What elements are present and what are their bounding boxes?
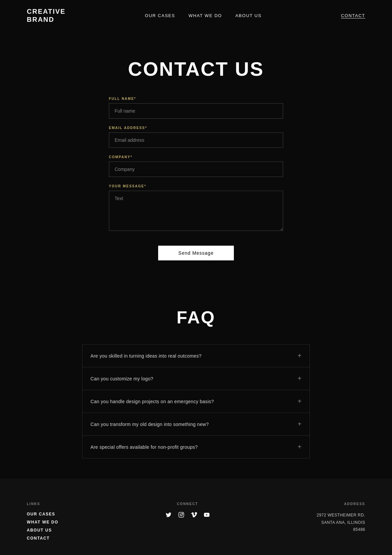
faq-question-1: Are you skilled in turning ideas into re…: [90, 353, 202, 359]
instagram-icon[interactable]: [178, 512, 184, 519]
faq-question-3: Can you handle design projects on an eme…: [90, 399, 214, 404]
faq-expand-icon-4: +: [298, 420, 302, 428]
footer-link-cases[interactable]: OUR CASES: [27, 512, 58, 516]
full-name-label: FULL NAME*: [109, 97, 283, 101]
footer-link-contact[interactable]: CONTACT: [27, 536, 58, 541]
faq-item-5[interactable]: Are special offers available for non-pro…: [82, 436, 310, 458]
footer: LINKS OUR CASES WHAT WE DO ABOUT US CONT…: [0, 479, 392, 555]
footer-social: [166, 512, 210, 519]
brand-logo[interactable]: CREATIVE BRAND: [27, 7, 66, 23]
footer-link-what[interactable]: WHAT WE DO: [27, 520, 58, 525]
nav-link-cases[interactable]: OUR CASES: [145, 13, 175, 18]
faq-item-1[interactable]: Are you skilled in turning ideas into re…: [82, 345, 310, 367]
nav-link-about[interactable]: ABOUT US: [235, 13, 261, 18]
email-label: EMAIL ADDRESS*: [109, 126, 283, 130]
company-group: COMPANY*: [109, 155, 283, 177]
company-label: COMPANY*: [109, 155, 283, 159]
send-message-button[interactable]: Send Message: [158, 246, 234, 260]
faq-list: Are you skilled in turning ideas into re…: [82, 344, 310, 458]
svg-point-2: [182, 513, 183, 514]
footer-address: 2972 WESTHEIMER RD. SANTA ANA, ILLINOIS …: [317, 512, 365, 534]
faq-expand-icon-3: +: [298, 397, 302, 405]
nav-link-what[interactable]: WHAT WE DO: [189, 13, 222, 18]
message-label: YOUR MESSAGE*: [109, 184, 283, 188]
contact-section: CONTACT US FULL NAME* EMAIL ADDRESS* COM…: [0, 31, 392, 281]
footer-links-list: OUR CASES WHAT WE DO ABOUT US CONTACT: [27, 512, 58, 541]
faq-question-4: Can you transform my old design into som…: [90, 422, 209, 427]
full-name-group: FULL NAME*: [109, 97, 283, 119]
footer-address-col: ADDRESS 2972 WESTHEIMER RD. SANTA ANA, I…: [317, 502, 365, 544]
faq-title: FAQ: [27, 307, 365, 327]
message-textarea[interactable]: [109, 191, 283, 231]
footer-top: LINKS OUR CASES WHAT WE DO ABOUT US CONT…: [27, 502, 365, 544]
footer-links-title: LINKS: [27, 502, 58, 506]
faq-item-2[interactable]: Can you customize my logo? +: [82, 367, 310, 390]
footer-links-col: LINKS OUR CASES WHAT WE DO ABOUT US CONT…: [27, 502, 58, 544]
navigation: CREATIVE BRAND OUR CASES WHAT WE DO ABOU…: [0, 0, 392, 31]
contact-title: CONTACT US: [27, 58, 365, 80]
nav-contact-link[interactable]: CONTACT: [341, 13, 365, 18]
nav-links: OUR CASES WHAT WE DO ABOUT US: [145, 13, 262, 18]
company-input[interactable]: [109, 162, 283, 177]
faq-section: FAQ Are you skilled in turning ideas int…: [0, 281, 392, 479]
youtube-icon[interactable]: [204, 512, 210, 519]
svg-rect-0: [179, 512, 184, 517]
email-group: EMAIL ADDRESS*: [109, 126, 283, 148]
footer-link-about[interactable]: ABOUT US: [27, 528, 58, 533]
email-input[interactable]: [109, 132, 283, 148]
contact-form: FULL NAME* EMAIL ADDRESS* COMPANY* YOUR …: [109, 97, 283, 260]
faq-expand-icon-1: +: [298, 352, 302, 360]
faq-expand-icon-2: +: [298, 375, 302, 382]
faq-item-3[interactable]: Can you handle design projects on an eme…: [82, 390, 310, 413]
faq-item-4[interactable]: Can you transform my old design into som…: [82, 413, 310, 436]
faq-question-2: Can you customize my logo?: [90, 376, 153, 381]
twitter-icon[interactable]: [166, 512, 172, 519]
faq-question-5: Are special offers available for non-pro…: [90, 444, 198, 450]
footer-connect-col: CONNECT: [166, 502, 210, 544]
full-name-input[interactable]: [109, 103, 283, 119]
faq-expand-icon-5: +: [298, 443, 302, 451]
nav-contact[interactable]: CONTACT: [341, 12, 365, 18]
footer-address-title: ADDRESS: [317, 502, 365, 506]
vimeo-icon[interactable]: [191, 512, 197, 519]
message-group: YOUR MESSAGE*: [109, 184, 283, 232]
svg-point-1: [180, 514, 182, 516]
footer-connect-title: CONNECT: [166, 502, 210, 506]
send-btn-wrapper: Send Message: [109, 246, 283, 260]
